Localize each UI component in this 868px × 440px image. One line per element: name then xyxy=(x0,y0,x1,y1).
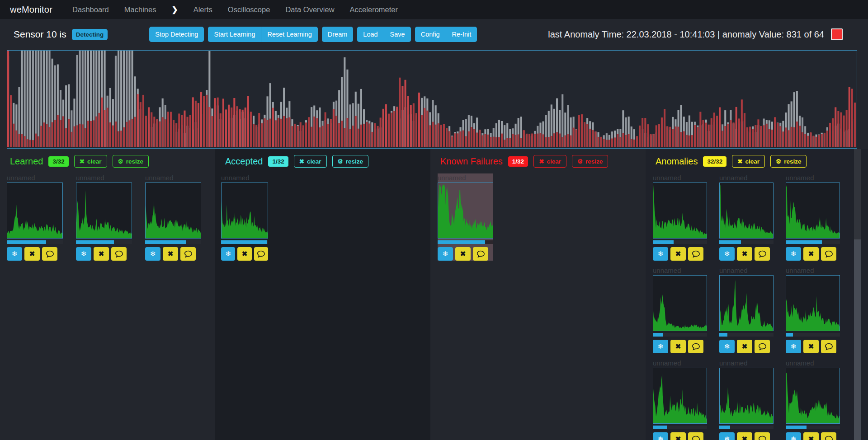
freeze-button[interactable]: ❄ xyxy=(786,247,801,261)
start-learning-button[interactable]: Start Learning xyxy=(208,27,261,42)
comment-button[interactable] xyxy=(688,340,703,353)
thumbnail-spectrum-svg xyxy=(720,276,773,331)
clear-button-known-failures[interactable]: ✖clear xyxy=(533,155,566,168)
thumbnail-spectrum-chart[interactable] xyxy=(719,275,774,331)
thumbnail-spectrum-chart[interactable] xyxy=(76,183,132,239)
nav-item-data-overview[interactable]: Data Overview xyxy=(285,5,334,14)
thumbnail-spectrum-chart[interactable] xyxy=(719,368,774,424)
comment-icon xyxy=(825,435,833,440)
save-button[interactable]: Save xyxy=(384,27,411,42)
delete-button[interactable]: ✖ xyxy=(670,340,686,353)
comment-button[interactable] xyxy=(688,432,703,440)
nav-item-alerts[interactable]: Alerts xyxy=(193,5,212,14)
spectrum-card-anomalies-4: unnamed❄✖ xyxy=(719,266,774,353)
delete-button[interactable]: ✖ xyxy=(803,340,819,353)
delete-button[interactable]: ✖ xyxy=(670,247,686,261)
thumbnail-spectrum-chart[interactable] xyxy=(786,183,840,239)
dream-button[interactable]: Dream xyxy=(322,27,354,42)
re-init-button[interactable]: Re-Init xyxy=(446,27,477,42)
clear-button-learned[interactable]: ✖clear xyxy=(74,155,107,168)
clear-button-accepted[interactable]: ✖clear xyxy=(294,155,327,168)
comment-button[interactable] xyxy=(688,247,703,261)
delete-button[interactable]: ✖ xyxy=(803,247,819,261)
delete-button[interactable]: ✖ xyxy=(737,247,752,261)
clear-button-anomalies[interactable]: ✖clear xyxy=(732,155,765,168)
stop-detecting-button[interactable]: Stop Detecting xyxy=(149,27,204,42)
comment-button[interactable] xyxy=(180,247,196,261)
freeze-button[interactable]: ❄ xyxy=(653,247,668,261)
comment-button[interactable] xyxy=(755,432,770,440)
thumbnail-spectrum-chart[interactable] xyxy=(221,183,268,239)
freeze-button[interactable]: ❄ xyxy=(653,432,668,440)
card-label: unnamed xyxy=(221,173,268,183)
comment-button[interactable] xyxy=(254,247,268,261)
load-button[interactable]: Load xyxy=(357,27,383,42)
comment-button[interactable] xyxy=(111,247,127,261)
snowflake-icon: ❄ xyxy=(12,250,18,258)
config-button[interactable]: Config xyxy=(415,27,446,42)
thumbnail-spectrum-chart[interactable] xyxy=(145,183,201,239)
resize-button-accepted[interactable]: ⚙resize xyxy=(332,155,368,168)
panel-scrollbar-track[interactable] xyxy=(854,149,861,440)
thumbnail-spectrum-chart[interactable] xyxy=(653,275,707,331)
card-actions: ❄✖ xyxy=(786,340,840,353)
freeze-button[interactable]: ❄ xyxy=(438,247,453,261)
thumbnail-spectrum-chart[interactable] xyxy=(653,183,707,239)
delete-button[interactable]: ✖ xyxy=(737,432,752,440)
freeze-button[interactable]: ❄ xyxy=(653,340,668,353)
app-logo[interactable]: weMonitor xyxy=(10,5,52,15)
progress-fill xyxy=(221,240,267,244)
delete-button[interactable]: ✖ xyxy=(94,247,109,261)
comment-button[interactable] xyxy=(755,340,770,353)
comment-icon xyxy=(46,250,54,258)
thumbnail-spectrum-chart[interactable] xyxy=(786,368,840,424)
comment-button[interactable] xyxy=(821,340,836,353)
progress-fill xyxy=(719,333,727,337)
comment-button[interactable] xyxy=(755,247,770,261)
thumbnail-spectrum-chart[interactable] xyxy=(786,275,840,331)
nav-item-accelerometer[interactable]: Accelerometer xyxy=(350,5,398,14)
delete-button[interactable]: ✖ xyxy=(737,340,752,353)
comment-button[interactable] xyxy=(473,247,488,261)
nav-item-machines[interactable]: Machines xyxy=(124,5,156,14)
freeze-button[interactable]: ❄ xyxy=(786,340,801,353)
card-label: unnamed xyxy=(7,173,63,183)
resize-button-anomalies[interactable]: ⚙resize xyxy=(770,155,807,168)
snowflake-icon: ❄ xyxy=(150,250,156,258)
nav-item-oscilloscope[interactable]: Oscilloscope xyxy=(228,5,270,14)
freeze-button[interactable]: ❄ xyxy=(719,247,735,261)
delete-button[interactable]: ✖ xyxy=(670,432,686,440)
reset-learning-button[interactable]: Reset Learning xyxy=(261,27,317,42)
delete-button[interactable]: ✖ xyxy=(163,247,178,261)
comment-button[interactable] xyxy=(821,247,836,261)
freeze-button[interactable]: ❄ xyxy=(786,432,801,440)
thumbnail-spectrum-chart[interactable] xyxy=(438,183,493,239)
comment-button[interactable] xyxy=(42,247,57,261)
delete-button[interactable]: ✖ xyxy=(803,432,819,440)
delete-button[interactable]: ✖ xyxy=(455,247,471,261)
alarm-indicator[interactable] xyxy=(831,28,843,40)
freeze-button[interactable]: ❄ xyxy=(145,247,160,261)
progress-fill xyxy=(786,426,807,429)
freeze-button[interactable]: ❄ xyxy=(76,247,91,261)
comment-button[interactable] xyxy=(821,432,836,440)
snowflake-icon: ❄ xyxy=(658,250,664,258)
delete-button[interactable]: ✖ xyxy=(237,247,251,261)
x-icon: ✖ xyxy=(299,158,304,165)
resize-button-learned[interactable]: ⚙resize xyxy=(113,155,149,168)
anomaly-info-text: last Anomaly Time: 22.03.2018 - 10:41:03… xyxy=(548,29,824,40)
thumbnail-spectrum-chart[interactable] xyxy=(7,183,63,239)
nav-item-dashboard[interactable]: Dashboard xyxy=(72,5,109,14)
panel-scrollbar-thumb[interactable] xyxy=(854,239,861,440)
thumbnail-spectrum-chart[interactable] xyxy=(719,183,774,239)
thumbnail-spectrum-chart[interactable] xyxy=(653,368,707,424)
snowflake-icon: ❄ xyxy=(81,250,87,258)
delete-button[interactable]: ✖ xyxy=(24,247,40,261)
freeze-button[interactable]: ❄ xyxy=(7,247,22,261)
thumbnail-grid-anomalies: unnamed❄✖unnamed❄✖unnamed❄✖unnamed❄✖unna… xyxy=(653,173,868,440)
freeze-button[interactable]: ❄ xyxy=(221,247,235,261)
resize-button-known-failures[interactable]: ⚙resize xyxy=(572,155,608,168)
freeze-button[interactable]: ❄ xyxy=(719,432,735,440)
freeze-button[interactable]: ❄ xyxy=(719,340,735,353)
chevron-right-icon[interactable]: ❯ xyxy=(171,5,178,14)
